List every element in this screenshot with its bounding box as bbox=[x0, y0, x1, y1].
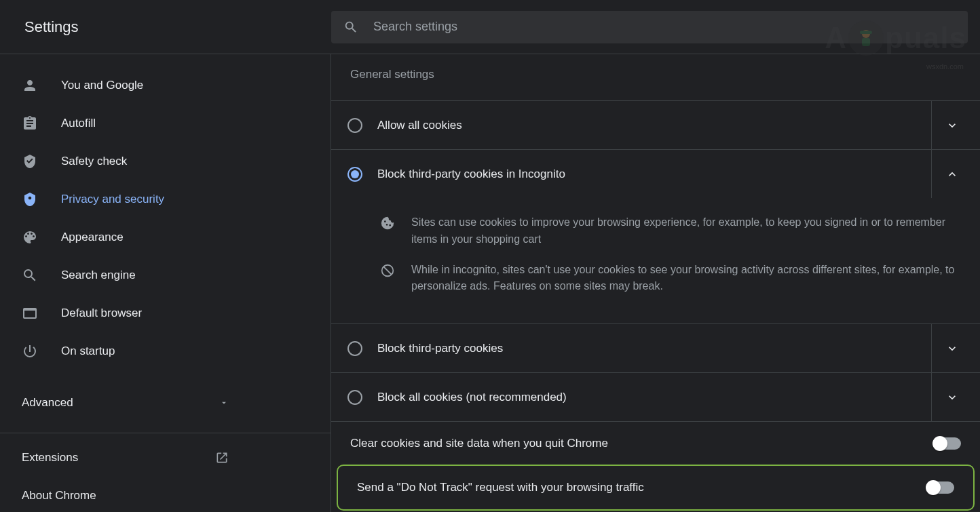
search-icon bbox=[343, 20, 358, 35]
palette-icon bbox=[22, 229, 38, 245]
sidebar-item-extensions[interactable]: Extensions bbox=[0, 439, 331, 477]
collapse-button[interactable] bbox=[931, 150, 972, 198]
clipboard-icon bbox=[22, 115, 38, 132]
sidebar-item-privacy-security[interactable]: Privacy and security bbox=[0, 180, 331, 218]
open-in-new-icon bbox=[215, 451, 229, 465]
radio-label: Allow all cookies bbox=[377, 119, 931, 132]
extensions-label: Extensions bbox=[22, 451, 78, 465]
toggle-label: Send a "Do Not Track" request with your … bbox=[357, 481, 927, 494]
layout: You and Google Autofill Safety check Pri… bbox=[0, 54, 980, 512]
radio-icon bbox=[347, 390, 362, 405]
sidebar-item-appearance[interactable]: Appearance bbox=[0, 218, 331, 256]
sidebar-item-label: Appearance bbox=[61, 231, 124, 244]
page-title: Settings bbox=[0, 18, 331, 36]
toggle-do-not-track[interactable]: Send a "Do Not Track" request with your … bbox=[338, 466, 973, 509]
chevron-down-icon bbox=[945, 391, 959, 404]
block-icon bbox=[380, 263, 395, 278]
toggle-label: Clear cookies and site data when you qui… bbox=[350, 437, 934, 450]
content: General settings Allow all cookies Block… bbox=[331, 54, 980, 512]
sidebar-item-label: Default browser bbox=[61, 307, 142, 320]
radio-icon bbox=[347, 341, 362, 356]
browser-icon bbox=[22, 305, 38, 321]
advanced-label: Advanced bbox=[22, 396, 73, 410]
sidebar: You and Google Autofill Safety check Pri… bbox=[0, 54, 331, 512]
toggle-knob bbox=[926, 480, 941, 495]
sidebar-advanced[interactable]: Advanced bbox=[0, 384, 331, 422]
sidebar-divider bbox=[0, 433, 331, 433]
sidebar-item-on-startup[interactable]: On startup bbox=[0, 332, 331, 370]
svg-point-0 bbox=[29, 197, 32, 200]
chevron-up-icon bbox=[945, 168, 959, 181]
chevron-down-icon bbox=[945, 119, 959, 132]
person-icon bbox=[22, 77, 38, 94]
sidebar-item-default-browser[interactable]: Default browser bbox=[0, 294, 331, 332]
sidebar-item-label: Safety check bbox=[61, 155, 127, 168]
radio-allow-all-cookies[interactable]: Allow all cookies bbox=[331, 100, 980, 149]
sidebar-item-you-and-google[interactable]: You and Google bbox=[0, 66, 331, 104]
radio-details: Sites can use cookies to improve your br… bbox=[331, 198, 980, 323]
highlight-box: Send a "Do Not Track" request with your … bbox=[337, 465, 975, 511]
detail-text: Sites can use cookies to improve your br… bbox=[411, 214, 960, 248]
chevron-down-icon bbox=[219, 398, 229, 408]
radio-block-third-party[interactable]: Block third-party cookies bbox=[331, 323, 980, 372]
sidebar-item-label: Autofill bbox=[61, 117, 96, 130]
toggle-switch[interactable] bbox=[934, 437, 961, 450]
sidebar-item-label: You and Google bbox=[61, 79, 143, 92]
cookie-icon bbox=[380, 216, 395, 231]
shield-icon bbox=[22, 191, 38, 208]
radio-block-all-cookies[interactable]: Block all cookies (not recommended) bbox=[331, 372, 980, 421]
about-label: About Chrome bbox=[22, 489, 96, 503]
search-icon bbox=[22, 267, 38, 283]
sidebar-item-label: Search engine bbox=[61, 269, 136, 282]
expand-button[interactable] bbox=[931, 101, 972, 149]
sidebar-item-label: On startup bbox=[61, 344, 115, 358]
detail-row: Sites can use cookies to improve your br… bbox=[380, 214, 960, 248]
shield-check-icon bbox=[22, 153, 38, 170]
radio-icon bbox=[347, 167, 362, 182]
header: Settings bbox=[0, 0, 980, 54]
sidebar-item-label: Privacy and security bbox=[61, 193, 164, 206]
radio-label: Block third-party cookies bbox=[377, 342, 931, 355]
radio-block-third-party-incognito[interactable]: Block third-party cookies in Incognito bbox=[331, 149, 980, 198]
radio-label: Block all cookies (not recommended) bbox=[377, 391, 931, 404]
search-input[interactable] bbox=[373, 20, 968, 34]
section-title: General settings bbox=[331, 68, 980, 100]
detail-text: While in incognito, sites can't use your… bbox=[411, 262, 960, 296]
sidebar-item-about-chrome[interactable]: About Chrome bbox=[0, 477, 331, 512]
radio-label: Block third-party cookies in Incognito bbox=[377, 168, 931, 181]
radio-icon bbox=[347, 118, 362, 133]
toggle-clear-on-quit[interactable]: Clear cookies and site data when you qui… bbox=[331, 421, 980, 465]
sidebar-item-safety-check[interactable]: Safety check bbox=[0, 142, 331, 180]
expand-button[interactable] bbox=[931, 324, 972, 372]
toggle-switch[interactable] bbox=[927, 481, 954, 494]
sidebar-item-search-engine[interactable]: Search engine bbox=[0, 256, 331, 294]
chevron-down-icon bbox=[945, 342, 959, 355]
sidebar-item-autofill[interactable]: Autofill bbox=[0, 104, 331, 142]
search-box[interactable] bbox=[331, 11, 968, 43]
expand-button[interactable] bbox=[931, 373, 972, 421]
power-icon bbox=[22, 343, 38, 359]
toggle-knob bbox=[932, 436, 947, 451]
detail-row: While in incognito, sites can't use your… bbox=[380, 262, 960, 296]
